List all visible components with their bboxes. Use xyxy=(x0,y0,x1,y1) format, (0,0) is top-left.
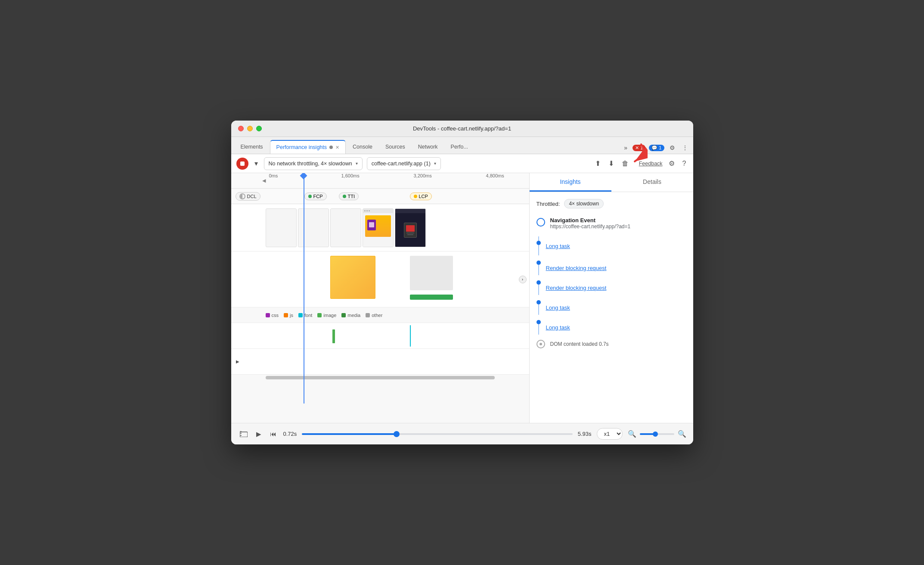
tab-bar-actions: » ✕ 1 💬 1 ⚙ ⋮ xyxy=(622,143,689,154)
zoom-out-icon[interactable]: 🔍 xyxy=(628,430,636,438)
tab-network[interactable]: Network xyxy=(412,140,444,154)
timeline-scrollbar[interactable] xyxy=(266,376,495,379)
minimize-button[interactable] xyxy=(247,126,253,131)
more-tabs-button[interactable]: » xyxy=(622,143,629,152)
tab-details-label: Details xyxy=(643,178,661,185)
download-button[interactable]: ⬇ xyxy=(607,158,616,169)
frame-body xyxy=(363,213,393,247)
delete-button[interactable]: 🗑 xyxy=(620,158,630,169)
connector-4 xyxy=(536,300,541,315)
record-icon xyxy=(329,146,333,149)
close-button[interactable] xyxy=(238,126,244,131)
record-dot-icon xyxy=(240,161,245,166)
expand-left-button[interactable]: ▶ xyxy=(231,359,244,364)
frame-dot-2 xyxy=(366,210,368,211)
zoom-slider[interactable] xyxy=(640,433,674,435)
tab-performance-insights-label: Performance insights xyxy=(276,144,327,150)
dark-frame-body xyxy=(395,213,425,247)
insights-panel: Insights Details Throttled: 4× slowdown xyxy=(530,173,693,423)
tab-performance-insights[interactable]: Performance insights ✕ xyxy=(270,140,346,154)
long-task-3-link[interactable]: Long task xyxy=(546,324,570,331)
legend-css-color xyxy=(266,313,270,317)
time-slider-track xyxy=(302,433,572,435)
empty-row: ▶ xyxy=(231,349,529,375)
toolbar-right-actions: ⬆ ⬇ 🗑 Feedback ⚙ ? xyxy=(593,158,688,169)
dot-5 xyxy=(536,320,541,324)
tab-details[interactable]: Details xyxy=(611,173,693,192)
line-bottom-3 xyxy=(538,285,539,295)
long-task-2-link[interactable]: Long task xyxy=(546,304,570,311)
expand-left-icon-2: ▶ xyxy=(236,359,239,364)
long-task-1-link[interactable]: Long task xyxy=(546,243,570,249)
timestamp-0: 0ms xyxy=(269,173,278,178)
timestamps-area: 0ms 1,600ms 3,200ms 4,800ms xyxy=(269,173,526,188)
toolbar: ▾ No network throttling, 4× slowdown ▾ c… xyxy=(231,154,693,173)
dcl-icon xyxy=(239,193,245,199)
tab-insights[interactable]: Insights xyxy=(530,173,611,192)
nav-event: Navigation Event https://coffee-cart.net… xyxy=(536,217,686,230)
throttled-label: Throttled: xyxy=(536,201,560,207)
bottom-bar: ▶ ⏮ 0.72s 5.93s x1 🔍 🔍 xyxy=(231,423,693,444)
insights-tabs: Insights Details xyxy=(530,173,693,192)
tab-console-label: Console xyxy=(353,144,372,150)
screenshot-toggle-button[interactable] xyxy=(238,429,249,439)
frame-dot-3 xyxy=(369,210,370,211)
play-button[interactable]: ▶ xyxy=(254,428,263,440)
feedback-link[interactable]: Feedback xyxy=(639,161,663,167)
render-blocking-2-link[interactable]: Render blocking request xyxy=(546,285,607,291)
markers-row: DCL FCP TTI LCP xyxy=(231,189,529,204)
help-button[interactable]: ? xyxy=(681,158,688,169)
legend-other-label: other xyxy=(372,313,382,318)
tab-console[interactable]: Console xyxy=(347,140,378,154)
url-dropdown[interactable]: coffee-cart.netlify.app (1) ▾ xyxy=(367,157,441,170)
settings-button[interactable]: ⚙ xyxy=(668,143,677,152)
insights-content: Throttled: 4× slowdown Navigation Event … xyxy=(530,192,693,423)
legend-font: font xyxy=(298,313,312,318)
dom-inner-dot xyxy=(540,343,542,345)
tti-dot xyxy=(343,195,346,198)
legend-media-color xyxy=(341,313,346,317)
dropdown-arrow-button[interactable]: ▾ xyxy=(253,158,260,169)
time-slider-container[interactable] xyxy=(302,433,572,435)
tab-performance[interactable]: Perfo... xyxy=(445,140,474,154)
timeline-header: ◀ 0ms 1,600ms 3,200ms 4,800ms xyxy=(231,173,529,189)
zoom-slider-thumb[interactable] xyxy=(653,432,658,437)
line-bottom-4 xyxy=(538,304,539,315)
network-bar-teal xyxy=(410,325,411,347)
settings-gear-button[interactable]: ⚙ xyxy=(667,158,676,169)
maximize-button[interactable] xyxy=(256,126,262,131)
throttle-arrow-icon: ▾ xyxy=(356,161,358,166)
dot-2 xyxy=(536,261,541,265)
tab-sources[interactable]: Sources xyxy=(379,140,411,154)
title-bar: DevTools - coffee-cart.netlify.app/?ad=1 xyxy=(231,121,693,137)
line-top-1 xyxy=(538,236,539,241)
timeline-left-spacer: ◀ xyxy=(235,178,269,183)
message-badge: 💬 1 xyxy=(649,145,664,151)
export-button[interactable]: ⬆ xyxy=(593,158,602,169)
legend-js: js xyxy=(284,313,293,318)
tab-elements[interactable]: Elements xyxy=(235,140,269,154)
legend-font-label: font xyxy=(304,313,312,318)
dot-4 xyxy=(536,300,541,304)
filmstrip-frame-2 xyxy=(298,208,329,247)
fcp-marker: FCP xyxy=(304,192,327,200)
zoom-in-icon[interactable]: 🔍 xyxy=(678,430,686,438)
throttle-dropdown[interactable]: No network throttling, 4× slowdown ▾ xyxy=(264,157,363,170)
render-blocking-1-link[interactable]: Render blocking request xyxy=(546,265,607,271)
record-button[interactable] xyxy=(236,158,248,170)
frame-dot-1 xyxy=(364,210,366,211)
close-tab-icon[interactable]: ✕ xyxy=(335,145,339,150)
time-slider-thumb[interactable] xyxy=(394,431,400,437)
speed-select[interactable]: x1 xyxy=(597,428,623,440)
dom-circle-icon xyxy=(536,340,545,348)
fcp-dot xyxy=(308,195,312,198)
legend-row: css js font image media xyxy=(231,307,529,323)
expand-row-button[interactable]: › xyxy=(519,276,527,283)
product-icon-1 xyxy=(367,220,376,230)
error-badge: ✕ 1 xyxy=(633,145,645,151)
timestamp-3200: 3,200ms xyxy=(414,173,432,178)
tab-sources-label: Sources xyxy=(385,144,405,150)
more-options-button[interactable]: ⋮ xyxy=(680,143,690,152)
skip-to-start-button[interactable]: ⏮ xyxy=(268,428,278,439)
legend-image-color xyxy=(317,313,322,317)
